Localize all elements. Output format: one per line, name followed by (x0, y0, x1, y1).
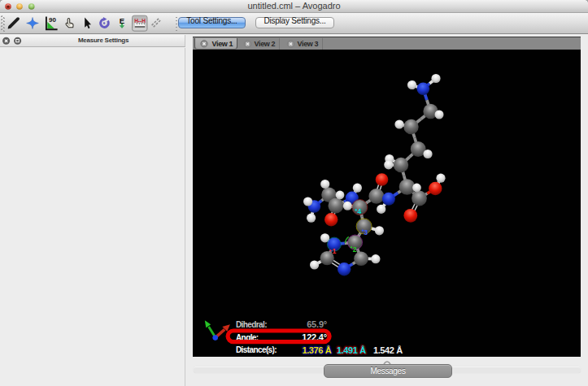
svg-text:4: 4 (357, 207, 361, 215)
svg-text:View 2: View 2 (255, 40, 276, 48)
svg-text:E: E (120, 16, 124, 25)
svg-text:90: 90 (49, 16, 56, 24)
svg-text:View 3: View 3 (298, 40, 319, 48)
svg-text:View 1: View 1 (212, 40, 233, 48)
svg-text:3: 3 (364, 228, 368, 236)
svg-text:1: 1 (333, 247, 337, 255)
svg-text:H--H: H--H (134, 18, 146, 24)
svg-text:2: 2 (353, 245, 357, 254)
